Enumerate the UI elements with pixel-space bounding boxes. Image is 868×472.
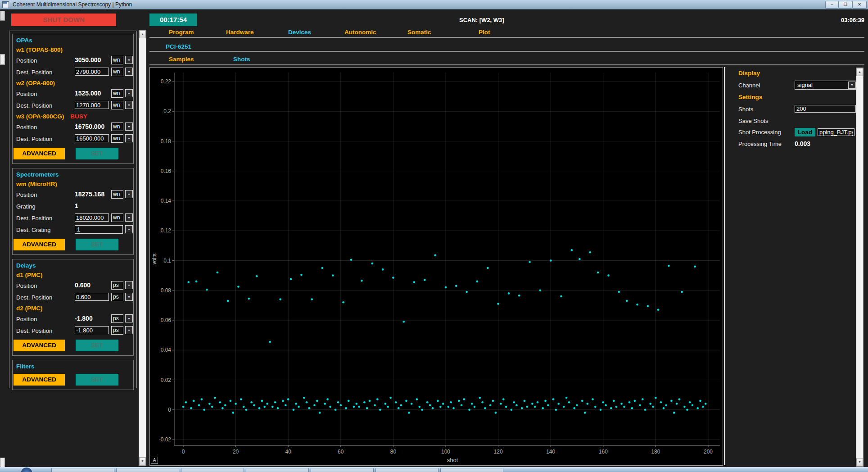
autoscale-button[interactable]: A xyxy=(151,457,158,464)
close-button[interactable]: ✕ xyxy=(852,1,867,9)
scroll-down-icon[interactable]: ▼ xyxy=(139,457,146,465)
unit-select[interactable]: ps xyxy=(111,326,123,335)
taskbar-button[interactable] xyxy=(311,468,374,472)
chevron-down-icon[interactable]: ▼ xyxy=(125,68,133,76)
load-script-button[interactable]: Load xyxy=(795,128,815,136)
chevron-down-icon[interactable]: ▼ xyxy=(125,281,133,289)
start-button[interactable] xyxy=(21,467,32,472)
sidebar-section-spectrometers: Spectrometerswm (MicroHR)Position18275.1… xyxy=(12,168,134,255)
dest-position-label: Dest. Position xyxy=(16,69,52,76)
taskbar-button[interactable] xyxy=(440,468,503,472)
data-point xyxy=(329,406,331,408)
data-point xyxy=(432,407,434,409)
unit-select[interactable]: ps xyxy=(111,281,123,290)
unit-select[interactable]: wn xyxy=(111,89,123,98)
unit-select[interactable]: wn xyxy=(111,190,123,199)
taskbar-button[interactable] xyxy=(51,468,114,472)
dest-position-input[interactable] xyxy=(75,326,109,334)
unit-select[interactable]: wn xyxy=(111,123,123,131)
advanced-button[interactable]: ADVANCED xyxy=(14,374,65,386)
unit-select[interactable]: ps xyxy=(111,293,123,301)
shot-processing-file-input[interactable] xyxy=(818,128,854,136)
restore-button[interactable]: ❐ xyxy=(839,1,852,9)
tab-program[interactable]: Program xyxy=(169,29,194,36)
channel-select[interactable]: signal ▼ xyxy=(795,81,857,90)
data-point xyxy=(544,400,547,402)
set-button[interactable]: SET xyxy=(76,148,118,159)
tab-plot[interactable]: Plot xyxy=(479,29,490,36)
dest-position-input[interactable] xyxy=(75,68,109,76)
data-point xyxy=(644,409,646,411)
data-point xyxy=(508,292,510,295)
data-point xyxy=(389,397,392,399)
scroll-up-icon[interactable]: ▲ xyxy=(856,68,863,76)
device-name: d2 (PMC) xyxy=(13,304,133,313)
chevron-down-icon[interactable]: ▼ xyxy=(125,134,133,142)
chevron-down-icon[interactable]: ▼ xyxy=(125,326,133,334)
sidebar-scrollbar[interactable]: ▲ ▼ xyxy=(139,30,146,466)
taskbar-button[interactable] xyxy=(181,468,244,472)
taskbar[interactable] xyxy=(0,467,868,472)
y-tick-label: 0.22 xyxy=(161,78,172,85)
tab-samples[interactable]: Samples xyxy=(169,56,194,63)
tab-shots[interactable]: Shots xyxy=(233,56,250,63)
position-value: -1.800 xyxy=(75,315,111,322)
tab-somatic[interactable]: Somatic xyxy=(407,29,431,36)
data-point xyxy=(481,401,484,404)
y-tick-label: 0.2 xyxy=(163,108,171,114)
panel-splitter[interactable] xyxy=(724,67,725,465)
position-label: Position xyxy=(16,282,37,289)
unit-select[interactable]: wn xyxy=(111,134,123,143)
dest-position-input[interactable] xyxy=(75,293,109,301)
dest-position-input[interactable] xyxy=(75,134,109,142)
title-bar[interactable]: Coherent Multidimensional Spectroscopy |… xyxy=(0,0,868,9)
chevron-down-icon[interactable]: ▼ xyxy=(125,213,133,222)
taskbar-button[interactable] xyxy=(116,468,179,472)
data-point xyxy=(235,403,237,405)
data-point xyxy=(450,401,452,404)
unit-select[interactable]: wn xyxy=(111,101,123,109)
dest-position-input[interactable] xyxy=(75,101,109,109)
chevron-down-icon[interactable]: ▼ xyxy=(125,123,133,131)
advanced-button[interactable]: ADVANCED xyxy=(14,148,65,159)
set-button[interactable]: SET xyxy=(76,374,118,386)
x-tick-label: 80 xyxy=(390,449,397,455)
tab-underline xyxy=(149,37,864,38)
data-point xyxy=(458,400,460,402)
data-point xyxy=(631,407,633,409)
unit-select[interactable]: wn xyxy=(111,213,123,222)
shutdown-button[interactable]: SHUT DOWN xyxy=(11,14,116,26)
taskbar-button[interactable] xyxy=(246,468,309,472)
chevron-down-icon[interactable]: ▼ xyxy=(125,56,133,64)
tab-autonomic[interactable]: Autonomic xyxy=(344,29,376,36)
shots-scatter-plot[interactable]: 0.220.20.180.160.140.120.10.080.060.040.… xyxy=(150,68,723,465)
right-panel-scrollbar[interactable]: ▲ ▼ xyxy=(856,68,863,467)
tab-pci-6251[interactable]: PCI-6251 xyxy=(166,43,191,50)
dest-position-input[interactable] xyxy=(75,213,109,222)
tab-hardware[interactable]: Hardware xyxy=(226,29,254,36)
unit-select[interactable]: wn xyxy=(111,56,123,64)
shots-input[interactable] xyxy=(795,105,856,113)
data-point xyxy=(613,400,615,402)
chevron-down-icon[interactable]: ▼ xyxy=(125,314,133,322)
data-point xyxy=(500,403,502,405)
unit-select[interactable]: wn xyxy=(111,68,123,76)
unit-select[interactable]: ps xyxy=(111,314,123,323)
chevron-down-icon[interactable]: ▼ xyxy=(125,293,133,301)
tab-devices[interactable]: Devices xyxy=(288,29,311,36)
dest-grating-select[interactable]: 1 xyxy=(75,225,123,234)
chevron-down-icon[interactable]: ▼ xyxy=(125,89,133,97)
chevron-down-icon[interactable]: ▼ xyxy=(125,225,133,233)
chevron-down-icon[interactable]: ▼ xyxy=(125,101,133,109)
chevron-down-icon[interactable]: ▼ xyxy=(125,190,133,198)
data-point xyxy=(353,406,355,408)
set-button[interactable]: SET xyxy=(76,340,118,351)
minimize-button[interactable]: – xyxy=(825,1,839,9)
advanced-button[interactable]: ADVANCED xyxy=(14,239,65,250)
scroll-up-icon[interactable]: ▲ xyxy=(139,30,146,38)
advanced-button[interactable]: ADVANCED xyxy=(14,340,65,351)
set-button[interactable]: SET xyxy=(76,239,118,250)
taskbar-button[interactable] xyxy=(375,468,439,472)
scroll-down-icon[interactable]: ▼ xyxy=(856,458,863,466)
chevron-down-icon[interactable]: ▼ xyxy=(848,82,856,89)
